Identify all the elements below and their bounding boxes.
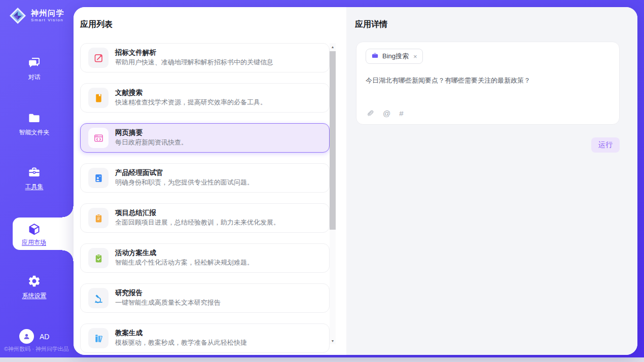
app-item-name: 网页摘要	[115, 129, 188, 136]
main-card: 应用列表 招标文件解析帮助用户快速、准确地理解和解析招标书中的关键信息文献搜索快…	[74, 7, 637, 355]
sidebar-item-app-market[interactable]: 应用市场	[13, 218, 74, 250]
app-item-name: 活动方案生成	[115, 249, 254, 257]
app-window: 神州问学 Smart Vision 对话智能文件夹工具集应用市场系统设置 AD …	[0, 0, 644, 362]
app-list-item-event-plan[interactable]: 活动方案生成智能生成个性化活动方案，轻松解决规划难题。	[80, 243, 330, 273]
app-item-description: 快速精准查找学术资源，提高研究效率的必备工具。	[115, 99, 267, 106]
clipboard-check-icon	[88, 248, 109, 268]
app-list-item-literature-search[interactable]: 文献搜索快速精准查找学术资源，提高研究效率的必备工具。	[80, 83, 330, 113]
app-list-item-project-summary[interactable]: 项目总结汇报全面回顾项目进展，总结经验教训，助力未来优化发展。	[80, 203, 330, 233]
webpage-code-icon	[88, 128, 109, 148]
prompt-input[interactable]: 今日湖北有哪些新闻要点？有哪些需要关注的最新政策？	[366, 76, 610, 85]
sidebar-item-smart-folders[interactable]: 智能文件夹	[0, 111, 68, 135]
user-label: AD	[40, 333, 49, 341]
app-item-description: 一键智能生成高质量长文本研究报告	[115, 299, 221, 307]
clipboard-icon	[88, 208, 109, 228]
logo-title: 神州问学	[31, 9, 64, 17]
app-item-name: 研究报告	[115, 289, 221, 297]
paperclip-icon[interactable]	[366, 109, 374, 118]
person-document-icon	[88, 168, 109, 188]
cube-icon	[27, 223, 41, 236]
logo-subtitle: Smart Vision	[31, 18, 64, 22]
composer-toolbar: @#	[366, 109, 404, 118]
user-account[interactable]: AD	[19, 329, 49, 344]
sidebar-item-chat[interactable]: 对话	[0, 56, 68, 80]
microscope-icon	[88, 288, 109, 308]
app-list-item-lesson-plan[interactable]: 教案生成模板驱动，教案秒成，教学准备从此轻松快捷	[80, 323, 330, 353]
scroll-down-button[interactable]: ▼	[330, 337, 336, 344]
hash-icon[interactable]: #	[399, 110, 403, 117]
book-icon	[88, 88, 109, 108]
scrollbar-thumb[interactable]	[330, 51, 336, 230]
briefcase-icon	[371, 52, 379, 61]
chat-icon	[27, 56, 41, 69]
app-list-panel: 应用列表 招标文件解析帮助用户快速、准确地理解和解析招标书中的关键信息文献搜索快…	[74, 7, 346, 355]
app-list-scrollbar[interactable]: ▲ ▼	[330, 43, 336, 344]
app-list-item-web-summary[interactable]: 网页摘要每日政府新闻资讯快查。	[80, 123, 330, 153]
app-item-description: 明确身份和职责，为您提供专业性的面试问题。	[115, 179, 254, 187]
app-list: 招标文件解析帮助用户快速、准确地理解和解析招标书中的关键信息文献搜索快速精准查找…	[80, 43, 330, 353]
app-item-description: 每日政府新闻资讯快查。	[115, 139, 188, 147]
avatar	[19, 329, 34, 344]
app-logo: 神州问学 Smart Vision	[9, 7, 64, 25]
app-list-title: 应用列表	[80, 20, 346, 28]
pen-square-icon	[88, 48, 109, 68]
app-list-item-pm-interviewer[interactable]: 产品经理面试官明确身份和职责，为您提供专业性的面试问题。	[80, 163, 330, 193]
prompt-card[interactable]: Bing搜索 × 今日湖北有哪些新闻要点？有哪些需要关注的最新政策？ @#	[356, 42, 620, 125]
tool-tag-bing-search[interactable]: Bing搜索 ×	[366, 49, 423, 64]
app-item-description: 模板驱动，教案秒成，教学准备从此轻松快捷	[115, 339, 247, 347]
sidebar: 神州问学 Smart Vision 对话智能文件夹工具集应用市场系统设置 AD …	[0, 0, 68, 357]
app-list-item-research-report[interactable]: 研究报告一键智能生成高质量长文本研究报告	[80, 283, 330, 313]
sidebar-item-label: 工具集	[25, 184, 44, 190]
app-list-item-tender-parse[interactable]: 招标文件解析帮助用户快速、准确地理解和解析招标书中的关键信息	[80, 43, 330, 73]
sidebar-item-label: 智能文件夹	[19, 129, 50, 135]
scroll-up-button[interactable]: ▲	[330, 43, 336, 50]
sidebar-item-label: 对话	[28, 74, 41, 80]
app-item-description: 帮助用户快速、准确地理解和解析招标书中的关键信息	[115, 59, 273, 66]
app-item-name: 教案生成	[115, 330, 247, 337]
app-item-description: 全面回顾项目进展，总结经验教训，助力未来优化发展。	[115, 219, 280, 227]
app-item-name: 项目总结汇报	[115, 209, 280, 216]
app-detail-title: 应用详情	[355, 20, 637, 28]
folder-icon	[27, 111, 41, 125]
copyright-text: ©神州数码 · 神州问学出品	[4, 345, 69, 353]
app-item-description: 智能生成个性化活动方案，轻松解决规划难题。	[115, 259, 254, 267]
app-item-name: 产品经理面试官	[115, 169, 254, 176]
run-button[interactable]: 运行	[591, 137, 620, 153]
sidebar-item-toolset[interactable]: 工具集	[0, 165, 68, 190]
books-icon	[88, 328, 109, 348]
gear-icon	[27, 274, 41, 288]
tag-close-icon[interactable]: ×	[413, 53, 417, 60]
sidebar-item-settings[interactable]: 系统设置	[0, 274, 68, 299]
run-row: 运行	[356, 137, 620, 153]
at-icon[interactable]: @	[383, 110, 390, 117]
app-item-name: 文献搜索	[115, 89, 267, 96]
app-detail-panel: 应用详情 Bing搜索 × 今日湖北有哪些新闻要点？有哪些需要关注的最新政策？ …	[346, 7, 637, 355]
sidebar-item-label: 应用市场	[22, 239, 46, 245]
toolbox-icon	[27, 165, 41, 179]
diamond-logo-icon	[9, 7, 27, 25]
tool-tag-label: Bing搜索	[382, 52, 409, 61]
app-item-name: 招标文件解析	[115, 49, 273, 56]
sidebar-item-label: 系统设置	[22, 293, 47, 299]
